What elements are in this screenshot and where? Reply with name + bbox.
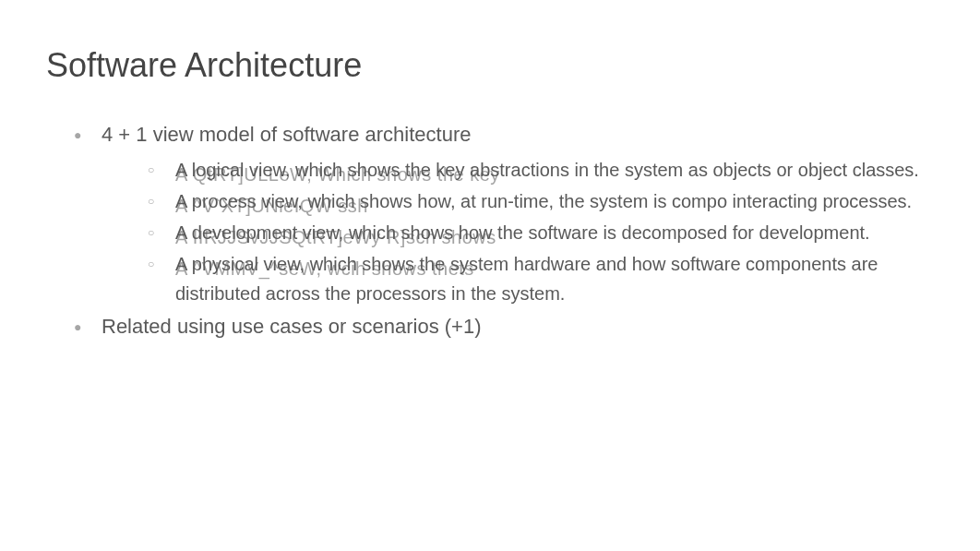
bullet-list-level1: 4 + 1 view model of software architectur… bbox=[74, 120, 934, 341]
text-content: A development view, which shows how the … bbox=[175, 222, 870, 243]
bullet-sub-3: A development view, which shows how the … bbox=[148, 218, 934, 247]
bullet-sub-2: A process view, which shows how, at run-… bbox=[148, 186, 934, 216]
bullet-text: Related using use cases or scenarios (+1… bbox=[102, 315, 482, 338]
bullet-main-2: Related using use cases or scenarios (+1… bbox=[74, 312, 934, 341]
bullet-main-1: 4 + 1 view model of software architectur… bbox=[74, 120, 934, 308]
text-content: A process view, which shows how, at run-… bbox=[175, 191, 912, 211]
bullet-text: A process view, which shows how, at run-… bbox=[175, 191, 912, 211]
bullet-text: A physical view, which shows the system … bbox=[175, 254, 878, 304]
bullet-text: A development view, which shows how the … bbox=[175, 222, 870, 243]
bullet-text: 4 + 1 view model of software architectur… bbox=[102, 123, 471, 146]
bullet-text: A logical view, which shows the key abst… bbox=[175, 160, 919, 180]
text-content: A logical view, which shows the key abst… bbox=[175, 160, 919, 180]
bullet-list-level2: A logical view, which shows the key abst… bbox=[102, 155, 934, 308]
content-area: 4 + 1 view model of software architectur… bbox=[46, 120, 934, 341]
bullet-sub-4: A physical view, which shows the system … bbox=[148, 249, 934, 308]
page-title: Software Architecture bbox=[46, 46, 934, 85]
text-content: A physical view, which shows the system … bbox=[175, 254, 878, 304]
bullet-sub-1: A logical view, which shows the key abst… bbox=[148, 155, 934, 185]
